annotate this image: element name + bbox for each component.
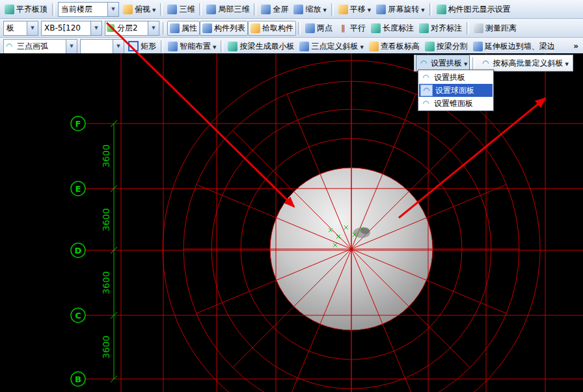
parallel-button[interactable]: 平行	[335, 21, 368, 36]
dimension-labels: 3600 3600 3600 3600	[101, 144, 111, 359]
layer-value: 分层2	[115, 23, 148, 34]
app-window: 平齐板顶 当前楼层 俯视 三维 局部三维 全屏 缩放	[0, 0, 583, 392]
menu-item-set-arch-board[interactable]: 设置拱板	[419, 71, 493, 84]
separator	[221, 40, 223, 53]
component-name-dropdown-icon[interactable]	[90, 21, 102, 35]
radial-spokes	[183, 81, 519, 392]
arch-board-dropdown-menu: 设置拱板 设置球面板 设置锥面板	[418, 70, 494, 111]
separator	[472, 57, 475, 70]
layer-dropdown-icon[interactable]	[148, 21, 159, 35]
extend-board-edge-label: 延伸板边到墙、梁边	[485, 41, 555, 52]
extend-board-edge-icon	[473, 42, 483, 51]
batch-define-slant-label: 按标高批量定义斜板	[493, 58, 563, 69]
properties-button[interactable]: 属性	[167, 21, 200, 36]
smart-layout-button[interactable]: 智能布置	[165, 39, 219, 54]
toolbar-overflow-button[interactable]: »	[571, 42, 581, 51]
split-by-beam-button[interactable]: 按梁分割	[422, 39, 470, 54]
rectangle-button[interactable]: 矩形	[126, 39, 159, 54]
full-screen-button[interactable]: 全屏	[258, 2, 291, 17]
element-display-settings-icon	[437, 5, 446, 14]
axis-label-e: E	[75, 184, 81, 194]
pan-button[interactable]: 平移	[336, 2, 373, 17]
align-board-top-button[interactable]: 平齐板顶	[2, 2, 50, 17]
pick-component-button[interactable]: 拾取构件	[248, 21, 296, 36]
arc-option-dropdown-icon[interactable]	[113, 40, 124, 53]
current-floor-combo[interactable]: 当前楼层	[58, 2, 119, 17]
menu-item-set-sphere-board[interactable]: 设置球面板	[419, 84, 493, 97]
smart-layout-icon	[168, 42, 178, 51]
toolbar-row-2: 板 XB-5[120 分层2 属性 构件列表 拾取构件 两点	[0, 19, 583, 38]
three-point-arc-dropdown-icon[interactable]	[66, 40, 77, 53]
chevron-down-icon[interactable]	[368, 5, 371, 14]
menu-item-label: 设置球面板	[435, 85, 474, 96]
sphere-board-icon	[422, 86, 432, 96]
screen-rotate-icon	[376, 5, 386, 14]
align-dimension-label: 对齐标注	[431, 23, 462, 34]
dimension-label: 3600	[101, 208, 111, 231]
component-list-button[interactable]: 构件列表	[200, 21, 248, 36]
current-floor-value: 当前楼层	[59, 4, 107, 15]
parallel-icon	[338, 23, 348, 33]
length-dimension-label: 长度标注	[383, 23, 414, 34]
chevron-down-icon[interactable]	[152, 5, 156, 14]
chevron-down-icon[interactable]	[213, 42, 216, 51]
chevron-down-icon[interactable]	[360, 42, 363, 51]
measure-distance-button[interactable]: 测量距离	[471, 21, 519, 36]
separator	[467, 22, 469, 34]
two-points-button[interactable]: 两点	[303, 21, 335, 36]
extend-board-edge-button[interactable]: 延伸板边到墙、梁边	[470, 39, 558, 54]
set-arch-board-label: 设置拱板	[431, 58, 462, 69]
chevron-down-icon[interactable]	[323, 5, 326, 14]
chevron-down-icon[interactable]	[421, 5, 424, 14]
align-board-top-icon	[5, 5, 14, 14]
screen-rotate-button[interactable]: 屏幕旋转	[373, 2, 427, 17]
properties-label: 属性	[182, 23, 197, 34]
separator	[254, 3, 256, 16]
view-3d-icon	[167, 5, 177, 14]
component-type-dropdown-icon[interactable]	[27, 21, 38, 35]
menu-item-set-cone-board[interactable]: 设置锥面板	[419, 97, 493, 110]
two-points-icon	[305, 23, 315, 33]
three-point-slant-button[interactable]: 三点定义斜板	[297, 39, 366, 54]
top-view-button[interactable]: 俯视	[120, 2, 158, 17]
component-type-combo[interactable]: 板	[3, 21, 38, 36]
chevron-down-icon[interactable]	[565, 59, 568, 68]
component-name-combo[interactable]: XB-5[120	[41, 21, 102, 36]
rectangle-icon	[128, 41, 139, 51]
zoom-button[interactable]: 缩放	[291, 2, 329, 17]
split-by-beam-label: 按梁分割	[437, 41, 468, 52]
dimension-label: 3600	[101, 271, 111, 294]
arch-board-icon	[418, 59, 429, 68]
separator	[52, 3, 55, 16]
chevron-down-icon[interactable]	[464, 59, 467, 68]
view-3d-button[interactable]: 三维	[165, 2, 197, 17]
separator	[163, 22, 165, 34]
separator	[429, 3, 432, 16]
toolbar-row-1: 平齐板顶 当前楼层 俯视 三维 局部三维 全屏 缩放	[0, 0, 583, 19]
pan-label: 平移	[350, 4, 366, 15]
length-dimension-button[interactable]: 长度标注	[368, 21, 416, 36]
dimension-label: 3600	[101, 144, 111, 168]
drawing-canvas[interactable]: F E D C B 3600 3600 3600 3600 设置拱板	[0, 53, 583, 392]
align-dimension-icon	[419, 23, 429, 33]
toolbar-row-3: 三点画弧 矩形 智能布置 按梁生成最小板 三点定义斜板 查看	[0, 38, 583, 55]
cad-drawing: F E D C B 3600 3600 3600 3600	[0, 53, 583, 392]
split-by-beam-icon	[425, 42, 435, 51]
top-view-icon	[123, 5, 133, 14]
view-board-elevation-label: 查看板标高	[381, 41, 420, 52]
arc-option-combo[interactable]	[80, 39, 124, 54]
align-dimension-button[interactable]: 对齐标注	[416, 21, 465, 36]
three-point-arc-combo[interactable]: 三点画弧	[3, 39, 77, 54]
min-board-by-beam-button[interactable]: 按梁生成最小板	[225, 39, 297, 54]
separator	[298, 22, 301, 34]
element-display-settings-button[interactable]: 构件图元显示设置	[434, 2, 513, 17]
current-floor-dropdown-icon[interactable]	[107, 3, 118, 16]
axis-labels: F E D C B	[75, 119, 82, 384]
partial-3d-button[interactable]: 局部三维	[204, 2, 252, 17]
menu-item-label: 设置锥面板	[434, 98, 473, 109]
length-dimension-icon	[371, 23, 381, 33]
layer-combo[interactable]: 分层2	[105, 21, 159, 36]
properties-icon	[170, 23, 180, 33]
three-point-slant-label: 三点定义斜板	[311, 41, 358, 52]
view-board-elevation-button[interactable]: 查看板标高	[366, 39, 422, 54]
